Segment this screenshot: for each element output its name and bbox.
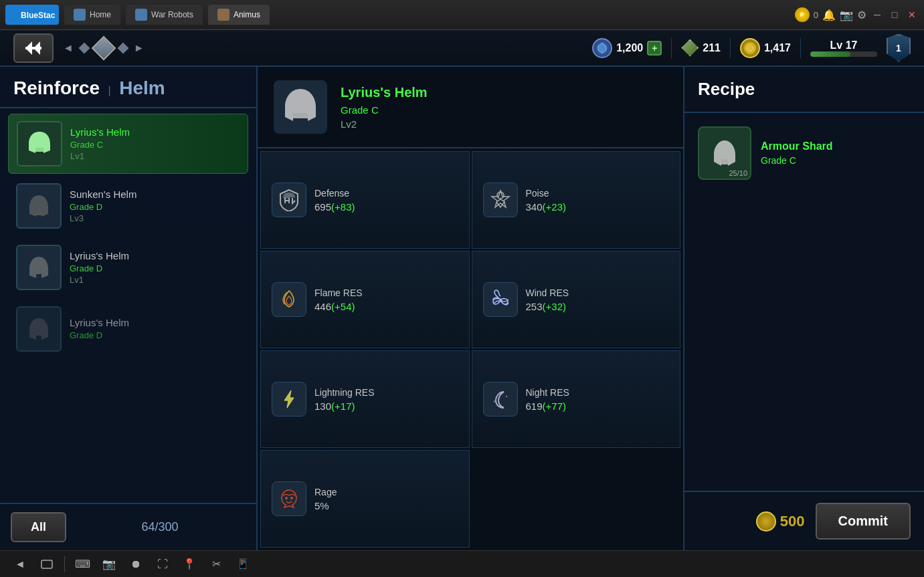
bluestacks-points-value: 0 bbox=[814, 10, 818, 20]
camera-icon[interactable]: 📷 bbox=[840, 9, 853, 21]
item-info: Lyrius's Helm Grade D Lv1 bbox=[70, 250, 240, 285]
item-name: Sunken's Helm bbox=[70, 189, 240, 200]
defense-icon bbox=[272, 183, 306, 217]
taskbar-back-icon[interactable]: ◄ bbox=[11, 555, 29, 574]
tokens-value: 211 bbox=[703, 42, 721, 54]
stat-name: Flame RES bbox=[314, 287, 363, 298]
preview-info: Lyrius's Helm Grade C Lv2 bbox=[341, 85, 428, 130]
svg-text:BlueStacks: BlueStacks bbox=[21, 11, 56, 20]
item-name: Lyrius's Helm bbox=[70, 250, 240, 261]
taskbar-phone-icon[interactable]: 📱 bbox=[234, 555, 252, 574]
list-item[interactable]: Sunken's Helm Grade D Lv3 bbox=[8, 177, 248, 235]
token-icon bbox=[681, 39, 699, 57]
list-item[interactable]: Lyrius's Helm Grade D bbox=[8, 300, 248, 358]
item-name: Lyrius's Helm bbox=[70, 126, 240, 138]
taskbar-window-icon[interactable] bbox=[37, 555, 56, 574]
nav-left-arrow[interactable]: ◄ bbox=[63, 42, 74, 54]
close-button[interactable]: ✕ bbox=[905, 8, 919, 21]
stat-info: Wind RES 253(+32) bbox=[526, 287, 569, 312]
taskbar-location-icon[interactable]: 📍 bbox=[180, 555, 199, 574]
taskbar-camera2-icon[interactable]: 📷 bbox=[100, 555, 118, 574]
stat-night: Night RES 619(+77) bbox=[472, 350, 681, 448]
item-grade: Grade D bbox=[70, 202, 240, 212]
tab-war-robots[interactable]: War Robots bbox=[126, 5, 203, 25]
stat-info: Poise 340(+23) bbox=[526, 188, 566, 213]
notification-icon[interactable]: 🔔 bbox=[822, 9, 836, 21]
svg-point-14 bbox=[290, 497, 293, 499]
svg-marker-4 bbox=[33, 41, 40, 55]
taskbar-expand-icon[interactable]: ⛶ bbox=[153, 555, 172, 574]
item-thumbnail bbox=[16, 245, 62, 290]
list-item[interactable]: Lyrius's Helm Grade D Lv1 bbox=[8, 238, 248, 297]
item-grade: Grade C bbox=[70, 140, 240, 150]
item-preview: Lyrius's Helm Grade C Lv2 bbox=[258, 67, 683, 148]
item-info: Lyrius's Helm Grade C Lv1 bbox=[70, 126, 240, 161]
cost-coins-icon bbox=[756, 511, 776, 532]
recipe-content: 25/10 Armour Shard Grade C bbox=[684, 113, 924, 491]
stat-name: Night RES bbox=[526, 387, 569, 398]
stat-value: 619(+77) bbox=[526, 400, 569, 412]
nav-diamond-small[interactable] bbox=[78, 42, 90, 53]
preview-level: Lv2 bbox=[341, 118, 428, 130]
all-button[interactable]: All bbox=[11, 512, 66, 542]
commit-button[interactable]: Commit bbox=[816, 503, 911, 540]
settings-icon[interactable]: ⚙ bbox=[857, 9, 866, 21]
poise-icon bbox=[483, 183, 518, 217]
stat-name: Wind RES bbox=[526, 287, 569, 298]
nav-diamond-large[interactable] bbox=[91, 35, 116, 60]
gems-value: 1,200 bbox=[616, 42, 643, 54]
back-button[interactable] bbox=[13, 33, 54, 63]
item-list: Lyrius's Helm Grade C Lv1 Su bbox=[0, 108, 256, 503]
nav-right-arrow[interactable]: ► bbox=[134, 42, 145, 54]
mid-panel: Lyrius's Helm Grade C Lv2 bbox=[258, 67, 683, 550]
stat-value: 253(+32) bbox=[526, 301, 569, 312]
svg-rect-0 bbox=[9, 9, 19, 20]
recipe-item-grade: Grade C bbox=[761, 155, 833, 166]
list-item[interactable]: Lyrius's Helm Grade C Lv1 bbox=[8, 114, 248, 174]
nav-diamond-small2[interactable] bbox=[117, 42, 128, 53]
stat-value: 695(+83) bbox=[314, 201, 355, 213]
recipe-item-name: Armour Shard bbox=[761, 140, 833, 152]
tab-animus[interactable]: Animus bbox=[208, 5, 270, 25]
svg-point-13 bbox=[285, 497, 288, 499]
minimize-button[interactable]: ─ bbox=[870, 8, 884, 21]
stat-name: Defense bbox=[314, 188, 355, 199]
recipe-count-badge: 25/10 bbox=[729, 169, 747, 177]
stats-grid: Defense 695(+83) Poise bbox=[258, 148, 683, 550]
xp-bar-fill bbox=[810, 51, 850, 57]
night-icon bbox=[483, 382, 518, 417]
cost-value: 500 bbox=[780, 513, 805, 530]
rage-icon bbox=[272, 481, 306, 516]
stat-info: Defense 695(+83) bbox=[314, 188, 355, 213]
maximize-button[interactable]: □ bbox=[888, 8, 901, 21]
currency-tokens: 211 bbox=[681, 39, 721, 57]
add-gems-button[interactable]: + bbox=[647, 41, 662, 55]
preview-grade: Grade C bbox=[341, 104, 428, 116]
item-count: 64/300 bbox=[74, 520, 246, 534]
panel-subtitle: Helm bbox=[119, 78, 165, 98]
stat-flame: Flame RES 446(+54) bbox=[260, 251, 470, 348]
panel-footer: All 64/300 bbox=[0, 503, 256, 550]
svg-point-7 bbox=[747, 45, 753, 51]
stat-poise: Poise 340(+23) bbox=[472, 151, 681, 249]
item-level: Lv1 bbox=[70, 151, 240, 161]
tab-home[interactable]: Home bbox=[64, 5, 120, 25]
recipe-item-info: Armour Shard Grade C bbox=[761, 140, 833, 166]
game-area: Reinforce | Helm Lyrius's Helm Grade C bbox=[0, 67, 924, 550]
taskbar-tools-icon[interactable]: ✂ bbox=[207, 555, 225, 574]
recipe-header: Recipe bbox=[684, 67, 924, 113]
recipe-thumbnail: 25/10 bbox=[698, 126, 751, 180]
svg-rect-16 bbox=[41, 560, 52, 568]
taskbar-keyboard-icon[interactable]: ⌨ bbox=[73, 555, 92, 574]
stat-value: 5% bbox=[314, 500, 337, 511]
svg-rect-10 bbox=[293, 113, 308, 118]
item-info: Sunken's Helm Grade D Lv3 bbox=[70, 189, 240, 223]
stat-lightning: Lightning RES 130(+17) bbox=[260, 350, 470, 448]
currency-gems: 1,200 + bbox=[592, 38, 662, 58]
stat-value: 340(+23) bbox=[526, 201, 566, 213]
item-grade: Grade D bbox=[70, 263, 240, 273]
stat-defense: Defense 695(+83) bbox=[260, 151, 470, 249]
taskbar-record-icon[interactable]: ⏺ bbox=[126, 555, 145, 574]
cost-display: 500 bbox=[756, 511, 805, 532]
stat-value: 446(+54) bbox=[314, 301, 363, 312]
